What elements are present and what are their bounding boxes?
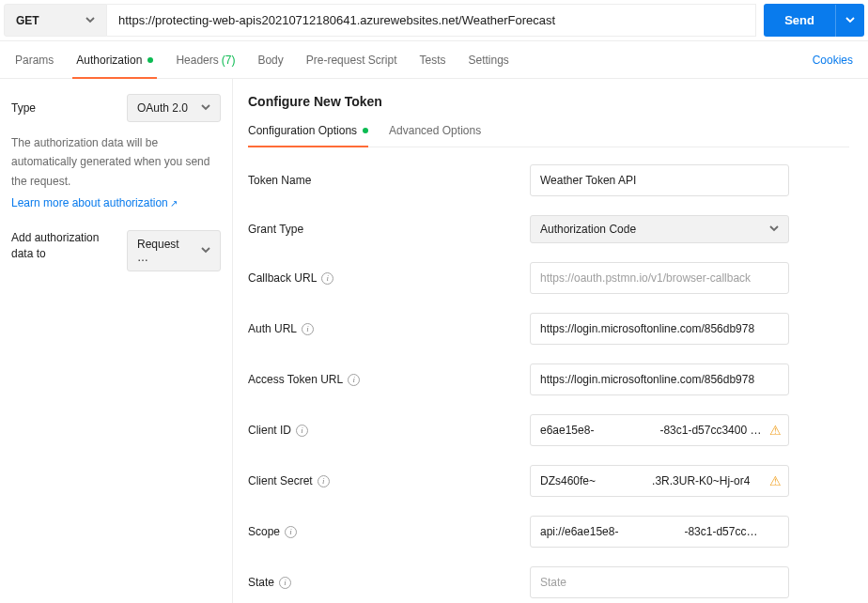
token-name-input[interactable] [530,164,789,196]
send-button[interactable]: Send [764,4,835,37]
token-name-label: Token Name [248,174,311,187]
client-id-input[interactable] [530,414,789,446]
modified-dot-icon [363,128,368,133]
client-id-label: Client ID [248,424,291,437]
access-token-url-input[interactable] [530,363,789,395]
callback-url-input[interactable] [530,262,789,294]
client-secret-input[interactable] [530,465,789,497]
info-icon: i [296,425,308,437]
info-icon: i [279,577,291,589]
auth-right-panel: Configure New Token Configuration Option… [233,79,868,603]
add-auth-data-to-label: Add authorization data to [11,230,117,262]
subtab-advanced[interactable]: Advanced Options [389,118,481,147]
callback-url-label: Callback URL [248,271,317,285]
chevron-down-icon [769,223,779,236]
send-dropdown-button[interactable] [835,5,864,37]
chevron-down-icon [85,14,95,27]
info-icon: i [285,526,297,538]
grant-type-label: Grant Type [248,223,303,236]
state-input[interactable] [530,566,789,598]
tab-prerequest[interactable]: Pre-request Script [295,41,409,78]
learn-more-link[interactable]: Learn more about authorization↗ [11,196,221,209]
tab-params[interactable]: Params [4,41,65,78]
info-icon: i [321,272,333,285]
configure-token-heading: Configure New Token [248,94,849,109]
token-subtabs: Configuration Options Advanced Options [248,118,849,147]
url-bar: GET Send [0,0,868,41]
scope-input[interactable] [530,516,789,548]
tab-settings[interactable]: Settings [457,41,520,78]
authorization-panel: Type OAuth 2.0 The authorization data wi… [0,79,868,603]
tab-body[interactable]: Body [246,41,294,78]
grant-type-select[interactable]: Authorization Code [530,215,789,243]
info-icon: i [348,374,360,386]
chevron-down-icon [201,101,210,115]
auth-url-label: Auth URL [248,322,297,335]
subtab-configuration[interactable]: Configuration Options [248,118,368,147]
auth-left-panel: Type OAuth 2.0 The authorization data wi… [0,79,233,603]
tab-authorization[interactable]: Authorization [65,41,164,78]
scope-label: Scope [248,525,280,538]
send-button-group: Send [764,4,864,37]
http-method-select[interactable]: GET [4,4,107,37]
http-method-value: GET [16,14,39,27]
client-secret-label: Client Secret [248,474,313,487]
auth-help-text: The authorization data will be automatic… [11,133,221,191]
auth-url-input[interactable] [530,313,789,345]
auth-type-label: Type [11,101,36,115]
request-tabs: Params Authorization Headers(7) Body Pre… [0,41,868,79]
tab-tests[interactable]: Tests [408,41,457,78]
add-auth-data-to-select[interactable]: Request … [127,230,221,271]
info-icon: i [318,475,330,487]
auth-type-select[interactable]: OAuth 2.0 [127,94,221,122]
access-token-url-label: Access Token URL [248,373,343,386]
state-label: State [248,576,274,589]
tab-headers[interactable]: Headers(7) [164,41,246,78]
cookies-link[interactable]: Cookies [801,54,864,67]
modified-dot-icon [147,57,153,63]
external-link-icon: ↗ [170,198,178,209]
chevron-down-icon [201,244,210,257]
url-input[interactable] [107,4,756,37]
info-icon: i [302,323,314,335]
